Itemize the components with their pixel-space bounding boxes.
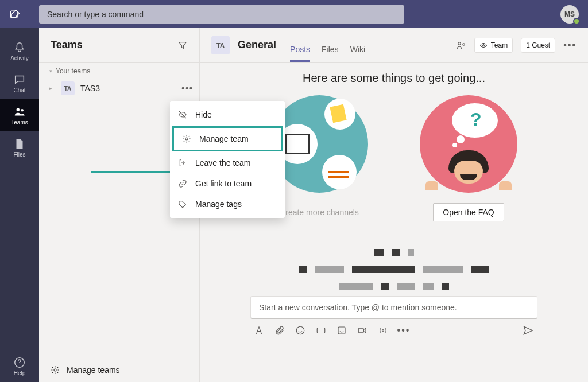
ctx-hide[interactable]: Hide [170, 104, 285, 125]
obscured-content [270, 249, 517, 290]
app-rail: Activity Chat Teams Files Help [0, 28, 39, 382]
attach-icon[interactable] [274, 325, 285, 336]
search-placeholder: Search or type a command [47, 10, 144, 19]
sticker-icon[interactable] [336, 325, 347, 336]
chat-icon [13, 73, 26, 86]
tab-files[interactable]: Files [322, 45, 339, 62]
svg-point-5 [458, 42, 461, 45]
svg-point-1 [17, 108, 20, 111]
bell-icon [13, 41, 26, 54]
caret-down-icon: ▾ [49, 68, 52, 74]
manage-teams-button[interactable]: Manage teams [39, 357, 199, 382]
team-context-menu: Hide Manage team Leave the team Get link… [170, 101, 285, 218]
tab-wiki[interactable]: Wiki [350, 45, 365, 62]
svg-rect-11 [358, 328, 363, 333]
svg-point-2 [21, 109, 23, 111]
ctx-leave-team[interactable]: Leave the team [170, 153, 285, 173]
compose-placeholder: Start a new conversation. Type @ to ment… [259, 303, 457, 312]
rail-teams[interactable]: Teams [0, 99, 39, 131]
compose-toolbar: ••• [250, 319, 537, 340]
gear-icon [51, 365, 60, 375]
channel-name: General [238, 39, 276, 51]
caret-right-icon: ▸ [49, 85, 55, 91]
channel-tabs: Posts Files Wiki [290, 28, 365, 62]
hide-icon [178, 110, 187, 119]
link-icon [178, 179, 187, 188]
team-name: TAS3 [80, 84, 100, 93]
rail-label: Help [14, 370, 26, 376]
ctx-manage-tags[interactable]: Manage tags [170, 194, 285, 215]
compose-area: Start a new conversation. Type @ to ment… [250, 296, 537, 340]
rail-files[interactable]: Files [0, 131, 39, 163]
send-icon[interactable] [523, 325, 534, 336]
filter-icon[interactable] [177, 40, 188, 50]
people-icon [13, 106, 26, 118]
rail-chat[interactable]: Chat [0, 67, 39, 99]
svg-point-12 [382, 330, 384, 332]
ctx-get-link[interactable]: Get link to team [170, 173, 285, 194]
avatar-initials: MS [564, 10, 575, 18]
stream-icon[interactable] [378, 325, 388, 336]
ctx-manage-team[interactable]: Manage team [172, 126, 283, 151]
rail-label: Files [13, 151, 25, 158]
teams-panel-header: Teams [39, 28, 199, 63]
compose-input[interactable]: Start a new conversation. Type @ to ment… [250, 296, 537, 319]
guest-pill[interactable]: 1 Guest [521, 38, 555, 53]
new-message-icon[interactable] [9, 9, 21, 20]
channel-header: TA General Posts Files Wiki Team 1 Guest [200, 28, 588, 63]
gear-icon [182, 134, 191, 143]
presence-available-icon [573, 18, 580, 25]
meet-icon[interactable] [357, 325, 368, 336]
file-icon [13, 138, 26, 150]
teams-title: Teams [51, 39, 83, 51]
your-teams-label[interactable]: ▾ Your teams [39, 63, 199, 79]
gif-icon[interactable] [316, 325, 326, 336]
channels-illustration [270, 95, 368, 193]
team-row[interactable]: ▸ TA TAS3 ••• [39, 79, 199, 98]
svg-point-8 [296, 326, 304, 334]
rail-label: Teams [11, 119, 28, 126]
svg-rect-10 [338, 327, 345, 334]
rail-label: Chat [13, 87, 25, 93]
faq-illustration [420, 95, 517, 193]
rail-label: Activity [10, 55, 29, 61]
open-faq-button[interactable]: Open the FAQ [433, 203, 504, 221]
svg-point-13 [185, 138, 188, 140]
team-tile: TA [61, 81, 75, 95]
compose-more-icon[interactable]: ••• [399, 325, 409, 336]
tag-icon [178, 200, 187, 209]
rail-help[interactable]: Help [0, 350, 39, 382]
svg-point-4 [54, 369, 56, 371]
format-icon[interactable] [254, 325, 264, 336]
channel-tile: TA [211, 36, 230, 54]
org-icon[interactable] [456, 40, 466, 50]
user-avatar[interactable]: MS [560, 5, 579, 24]
svg-point-7 [482, 44, 484, 46]
leave-icon [178, 158, 187, 167]
tab-posts[interactable]: Posts [290, 45, 310, 62]
title-bar: Search or type a command MS [0, 0, 588, 28]
svg-point-6 [463, 43, 465, 45]
svg-rect-9 [317, 328, 325, 333]
eye-icon [479, 41, 488, 49]
team-more-icon[interactable]: ••• [181, 84, 194, 93]
channel-more-icon[interactable]: ••• [563, 40, 577, 50]
search-input[interactable]: Search or type a command [39, 5, 404, 24]
emoji-icon[interactable] [295, 325, 305, 336]
rail-activity[interactable]: Activity [0, 35, 39, 67]
welcome-card-faq: Open the FAQ [417, 95, 520, 221]
welcome-title: Here are some things to get going... [303, 72, 485, 85]
help-icon [13, 356, 26, 369]
visibility-pill[interactable]: Team [474, 38, 513, 53]
manage-teams-label: Manage teams [67, 365, 120, 375]
